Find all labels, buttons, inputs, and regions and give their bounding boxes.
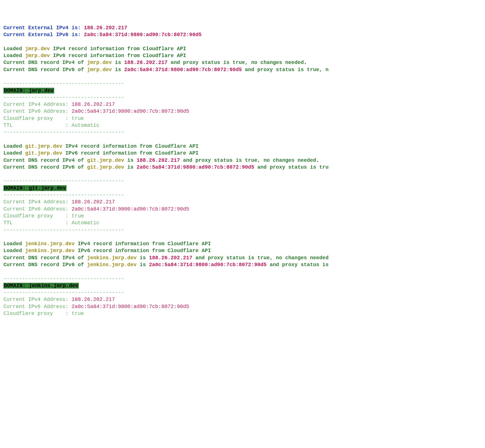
dns-line: Current DNS record IPv4 of (3, 60, 87, 65)
domain-name: jmrp.dev (25, 46, 50, 52)
field-label: Cloudflare proxy : (3, 213, 72, 219)
ip-value: 188.26.202.217 (137, 157, 180, 163)
field-label: Current IPv6 Address: (3, 206, 72, 212)
loaded-tail: IPv6 record information from Cloudflare … (62, 150, 198, 156)
terminal-output: Current External IPv4 is: 188.26.202.217… (3, 24, 482, 317)
separator: --------------------------------------- (3, 192, 124, 198)
field-value: 188.26.202.217 (72, 297, 115, 302)
domain-header: DOMAIN: jmrp.dev (3, 88, 54, 94)
field-label: Current IPv4 Address: (3, 297, 72, 302)
loaded-line: Loaded (3, 150, 25, 156)
field-label: Current IPv6 Address: (3, 304, 72, 309)
loaded-tail: IPv6 record information from Cloudflare … (50, 53, 186, 59)
domain-name: jenkins.jmrp.dev (87, 255, 137, 261)
field-value: Automatic (72, 122, 99, 128)
separator: --------------------------------------- (3, 95, 124, 100)
separator: --------------------------------------- (3, 290, 124, 295)
field-label: TTL : (3, 220, 72, 226)
field-value: 2a0c:5a84:371d:9800:ad90:7cb:8072:90d5 (72, 206, 189, 212)
loaded-tail: IPv4 record information from Cloudflare … (62, 143, 198, 149)
domain-name: jenkins.jmrp.dev (25, 241, 75, 247)
separator: --------------------------------------- (3, 227, 124, 233)
value-ext-ipv6: 2a0c:5a84:371d:9800:ad90:7cb:8072:90d5 (84, 32, 202, 38)
loaded-line: Loaded (3, 46, 25, 52)
field-label: Cloudflare proxy : (3, 116, 72, 121)
ip-value: 188.26.202.217 (149, 255, 192, 261)
field-value: Automatic (72, 220, 99, 226)
field-value: 188.26.202.217 (72, 102, 115, 107)
separator: --------------------------------------- (3, 178, 124, 184)
field-label: Cloudflare proxy : (3, 311, 72, 316)
field-value: 188.26.202.217 (72, 199, 115, 205)
ip-value: 188.26.202.217 (124, 60, 167, 65)
dns-line: Current DNS record IPv6 of (3, 67, 87, 73)
loaded-line: Loaded (3, 248, 25, 254)
loaded-tail: IPv6 record information from Cloudflare … (75, 248, 211, 254)
domain-name: git.jmrp.dev (87, 157, 124, 163)
field-value: true (72, 213, 84, 219)
dot: . (304, 60, 307, 65)
loaded-tail: IPv4 record information from Cloudflare … (75, 241, 211, 247)
field-value: true (72, 311, 84, 316)
dns-line: Current DNS record IPv4 of (3, 157, 87, 163)
loaded-line: Loaded (3, 53, 25, 59)
field-label: Current IPv6 Address: (3, 108, 72, 114)
dns-line: Current DNS record IPv4 of (3, 255, 87, 261)
dns-line: Current DNS record IPv6 of (3, 164, 87, 170)
separator: --------------------------------------- (3, 129, 124, 135)
domain-name: git.jmrp.dev (87, 164, 124, 170)
domain-name: jenkins.jmrp.dev (25, 248, 75, 254)
domain-name: jmrp.dev (87, 67, 112, 73)
field-value: 2a0c:5a84:371d:9800:ad90:7cb:8072:90d5 (72, 108, 189, 114)
field-label: TTL : (3, 122, 72, 128)
ip-value: 2a0c:5a84:371d:9800:ad90:7cb:8072:90d5 (137, 164, 254, 170)
domain-name: jmrp.dev (87, 60, 112, 65)
dns-line: Current DNS record IPv6 of (3, 262, 87, 268)
field-label: Current IPv4 Address: (3, 199, 72, 205)
domain-name: git.jmrp.dev (25, 143, 62, 149)
field-value: 2a0c:5a84:371d:9800:ad90:7cb:8072:90d5 (72, 304, 189, 309)
separator: --------------------------------------- (3, 276, 124, 282)
ip-value: 2a0c:5a84:371d:9800:ad90:7cb:8072:90d5 (149, 262, 267, 268)
domain-header: DOMAIN: git.jmrp.dev (3, 185, 67, 191)
field-value: true (72, 116, 84, 121)
domain-header: DOMAIN: jenkins.jmrp.dev (3, 283, 79, 289)
domain-name: jenkins.jmrp.dev (87, 262, 137, 268)
ip-value: 2a0c:5a84:371d:9800:ad90:7cb:8072:90d5 (124, 67, 242, 73)
separator: --------------------------------------- (3, 81, 124, 86)
dot: . (316, 157, 319, 163)
value-ext-ipv4: 188.26.202.217 (84, 25, 127, 31)
label-ext-ipv6: Current External IPv6 is: (3, 32, 84, 38)
domain-name: jmrp.dev (25, 53, 50, 59)
domain-name: git.jmrp.dev (25, 150, 62, 156)
loaded-line: Loaded (3, 143, 25, 149)
loaded-line: Loaded (3, 241, 25, 247)
loaded-tail: IPv4 record information from Cloudflare … (50, 46, 186, 52)
field-label: Current IPv4 Address: (3, 102, 72, 107)
label-ext-ipv4: Current External IPv4 is: (3, 25, 84, 31)
